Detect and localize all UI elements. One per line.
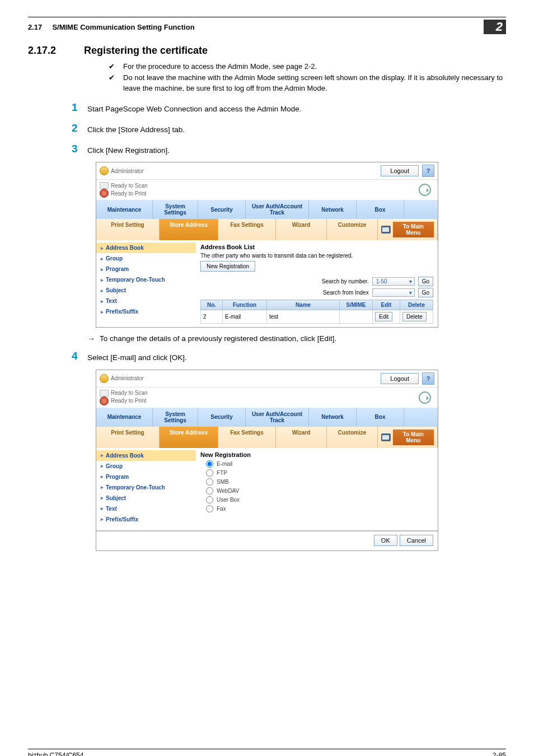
refresh-icon[interactable] [419, 184, 431, 196]
tab-box[interactable]: Box [357, 200, 404, 219]
sidebar-item-prefix[interactable]: Prefix/Suffix [96, 514, 196, 525]
edit-button[interactable]: Edit [375, 312, 392, 321]
radio-userbox[interactable]: User Box [206, 496, 433, 503]
go-button[interactable]: Go [418, 277, 433, 286]
tab-security[interactable]: Security [198, 200, 246, 219]
refresh-icon[interactable] [419, 391, 431, 404]
go-button-2[interactable]: Go [418, 288, 433, 297]
tab-maintenance[interactable]: Maintenance [96, 200, 153, 219]
screenshot-1: Administrator Logout ? Ready to Scan Rea… [96, 162, 438, 328]
subtab-print-setting[interactable]: Print Setting [96, 219, 160, 240]
footer-page: 2-85 [493, 752, 506, 756]
printer-icon [100, 189, 109, 198]
tab-auth[interactable]: User Auth/Account Track [246, 200, 309, 219]
sidebar-item-subject[interactable]: Subject [96, 285, 196, 296]
radio-fax[interactable]: Fax [206, 505, 433, 512]
col-edit: Edit [373, 300, 400, 310]
subtab-customize[interactable]: Customize [327, 427, 378, 448]
step-3-text: Click [New Registration]. [87, 143, 170, 156]
admin-icon [100, 374, 109, 383]
cell-function: E-mail [223, 310, 267, 324]
step-4-text: Select [E-mail] and click [OK]. [87, 351, 187, 363]
subtab-store-address[interactable]: Store Address [160, 427, 218, 448]
cancel-button[interactable]: Cancel [400, 535, 433, 546]
step-4-num: 4 [72, 351, 87, 361]
heading-text: Registering the certificate [84, 45, 208, 57]
sidebar-item-group[interactable]: Group [96, 253, 196, 264]
printer-icon [100, 396, 109, 405]
tab-maintenance[interactable]: Maintenance [96, 408, 153, 427]
scanner-icon [100, 182, 109, 189]
to-main-menu-button[interactable]: To Main Menu [393, 222, 434, 237]
step-2-num: 2 [72, 123, 87, 133]
subtab-customize[interactable]: Customize [327, 219, 378, 240]
radio-ftp[interactable]: FTP [206, 469, 433, 477]
address-table: No. Function Name S/MIME Edit Delete 2 E… [200, 300, 433, 324]
admin-label: Administrator [111, 375, 144, 381]
radio-email[interactable]: E-mail [206, 460, 433, 468]
col-smime: S/MIME [340, 300, 373, 310]
keyboard-icon[interactable] [381, 226, 391, 234]
sidebar-item-temporary[interactable]: Temporary One-Touch [96, 482, 196, 493]
subtab-wizard[interactable]: Wizard [276, 427, 327, 448]
search-from-index-label: Search from Index [323, 290, 369, 296]
logout-button[interactable]: Logout [381, 373, 419, 384]
new-registration-button[interactable]: New Registration [200, 261, 255, 272]
sidebar-item-subject[interactable]: Subject [96, 493, 196, 503]
sidebar-item-group[interactable]: Group [96, 461, 196, 472]
subtab-store-address[interactable]: Store Address [160, 219, 218, 240]
sidebar-item-text[interactable]: Text [96, 503, 196, 514]
sidebar-item-program[interactable]: Program [96, 264, 196, 274]
sidebar-item-text[interactable]: Text [96, 296, 196, 306]
cell-name: test [267, 310, 340, 324]
ready-print: Ready to Print [111, 398, 146, 404]
logout-button[interactable]: Logout [381, 165, 419, 176]
heading-num: 2.17.2 [28, 45, 84, 57]
subtab-fax-settings[interactable]: Fax Settings [218, 219, 276, 240]
sidebar-item-temporary[interactable]: Temporary One-Touch [96, 274, 196, 285]
table-row: 2 E-mail test Edit Delete [201, 310, 433, 324]
delete-button[interactable]: Delete [402, 312, 427, 321]
ok-button[interactable]: OK [374, 535, 397, 546]
help-button[interactable]: ? [422, 165, 434, 177]
tab-security[interactable]: Security [198, 408, 246, 427]
step-1-num: 1 [72, 102, 87, 113]
step-1-text: Start PageScope Web Connection and acces… [87, 102, 301, 115]
tab-network[interactable]: Network [309, 408, 357, 427]
radio-webdav[interactable]: WebDAV [206, 487, 433, 494]
ready-scan: Ready to Scan [111, 183, 148, 189]
col-name: Name [267, 300, 340, 310]
chapter-badge: 2 [484, 20, 506, 34]
tab-box[interactable]: Box [357, 408, 404, 427]
note-1: For the procedure to access the Admin Mo… [109, 61, 506, 72]
tab-system[interactable]: System Settings [153, 408, 198, 427]
ready-print: Ready to Print [111, 190, 146, 197]
cell-no: 2 [201, 310, 223, 324]
keyboard-icon[interactable] [381, 433, 391, 441]
col-no: No. [201, 300, 223, 310]
subtab-print-setting[interactable]: Print Setting [96, 427, 160, 448]
note-2: Do not leave the machine with the Admin … [109, 72, 506, 94]
to-main-menu-button[interactable]: To Main Menu [393, 430, 434, 445]
tab-network[interactable]: Network [309, 200, 357, 219]
subtab-wizard[interactable]: Wizard [276, 219, 327, 240]
step-3-substep: To change the details of a previously re… [87, 334, 506, 343]
subtab-fax-settings[interactable]: Fax Settings [218, 427, 276, 448]
section-title: S/MIME Communication Setting Function [52, 23, 194, 31]
pane-title: Address Book List [200, 244, 433, 250]
scanner-icon [100, 390, 109, 396]
range-select[interactable]: 1-50 [372, 277, 415, 286]
sidebar-item-prefix[interactable]: Prefix/Suffix [96, 306, 196, 317]
help-button[interactable]: ? [422, 372, 434, 385]
sidebar-item-address-book[interactable]: Address Book [96, 242, 196, 253]
sidebar-item-address-book[interactable]: Address Book [96, 450, 196, 461]
tab-system[interactable]: System Settings [153, 200, 198, 219]
section-num: 2.17 [28, 23, 42, 31]
tab-auth[interactable]: User Auth/Account Track [246, 408, 309, 427]
index-select[interactable] [372, 288, 415, 297]
step-3-num: 3 [72, 143, 87, 154]
sidebar-item-program[interactable]: Program [96, 472, 196, 482]
radio-smb[interactable]: SMB [206, 478, 433, 486]
search-by-number-label: Search by number. [322, 278, 369, 284]
admin-label: Administrator [111, 168, 144, 174]
